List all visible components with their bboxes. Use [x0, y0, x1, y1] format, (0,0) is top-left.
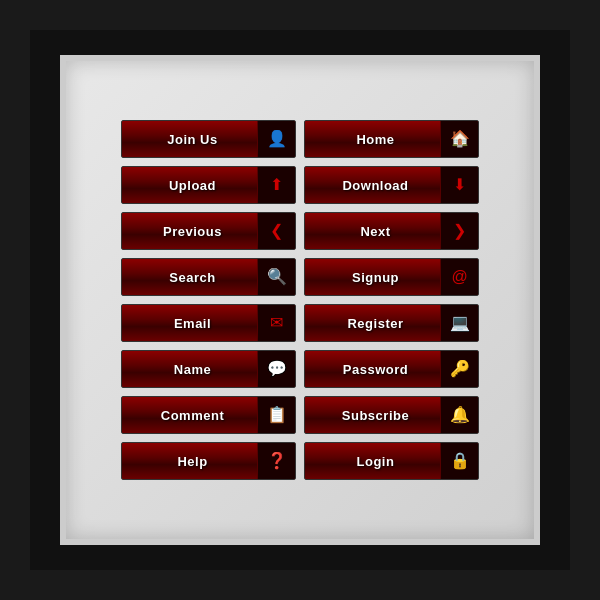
name-label: Name: [122, 362, 257, 377]
register-label: Register: [305, 316, 440, 331]
name-button[interactable]: Name💬: [121, 350, 296, 388]
upload-icon: ⬆: [270, 177, 283, 193]
comment-icon-box: 📋: [257, 396, 295, 434]
previous-label: Previous: [122, 224, 257, 239]
register-button[interactable]: Register💻: [304, 304, 479, 342]
download-icon-box: ⬇: [440, 166, 478, 204]
search-label: Search: [122, 270, 257, 285]
download-label: Download: [305, 178, 440, 193]
login-icon: 🔒: [450, 453, 470, 469]
join-us-button[interactable]: Join Us👤: [121, 120, 296, 158]
login-button[interactable]: Login🔒: [304, 442, 479, 480]
search-icon: 🔍: [267, 269, 287, 285]
email-button[interactable]: Email✉: [121, 304, 296, 342]
name-icon: 💬: [267, 361, 287, 377]
previous-icon-box: ❮: [257, 212, 295, 250]
subscribe-icon: 🔔: [450, 407, 470, 423]
comment-label: Comment: [122, 408, 257, 423]
comment-button[interactable]: Comment📋: [121, 396, 296, 434]
signup-label: Signup: [305, 270, 440, 285]
buttons-grid: Join Us👤Home🏠Upload⬆Download⬇Previous❮Ne…: [111, 110, 489, 490]
register-icon-box: 💻: [440, 304, 478, 342]
next-label: Next: [305, 224, 440, 239]
subscribe-label: Subscribe: [305, 408, 440, 423]
search-button[interactable]: Search🔍: [121, 258, 296, 296]
previous-button[interactable]: Previous❮: [121, 212, 296, 250]
help-label: Help: [122, 454, 257, 469]
upload-icon-box: ⬆: [257, 166, 295, 204]
inner-panel: Join Us👤Home🏠Upload⬆Download⬇Previous❮Ne…: [60, 55, 540, 545]
email-icon-box: ✉: [257, 304, 295, 342]
help-icon-box: ❓: [257, 442, 295, 480]
signup-icon: @: [451, 269, 467, 285]
download-button[interactable]: Download⬇: [304, 166, 479, 204]
search-icon-box: 🔍: [257, 258, 295, 296]
login-icon-box: 🔒: [440, 442, 478, 480]
join-us-label: Join Us: [122, 132, 257, 147]
subscribe-button[interactable]: Subscribe🔔: [304, 396, 479, 434]
upload-button[interactable]: Upload⬆: [121, 166, 296, 204]
help-button[interactable]: Help❓: [121, 442, 296, 480]
previous-icon: ❮: [270, 223, 283, 239]
register-icon: 💻: [450, 315, 470, 331]
signup-button[interactable]: Signup@: [304, 258, 479, 296]
home-label: Home: [305, 132, 440, 147]
email-icon: ✉: [270, 315, 283, 331]
password-icon-box: 🔑: [440, 350, 478, 388]
home-icon: 🏠: [450, 131, 470, 147]
join-us-icon-box: 👤: [257, 120, 295, 158]
password-button[interactable]: Password🔑: [304, 350, 479, 388]
join-us-icon: 👤: [267, 131, 287, 147]
next-icon: ❯: [453, 223, 466, 239]
comment-icon: 📋: [267, 407, 287, 423]
login-label: Login: [305, 454, 440, 469]
download-icon: ⬇: [453, 177, 466, 193]
help-icon: ❓: [267, 453, 287, 469]
name-icon-box: 💬: [257, 350, 295, 388]
next-icon-box: ❯: [440, 212, 478, 250]
home-button[interactable]: Home🏠: [304, 120, 479, 158]
password-icon: 🔑: [450, 361, 470, 377]
subscribe-icon-box: 🔔: [440, 396, 478, 434]
signup-icon-box: @: [440, 258, 478, 296]
next-button[interactable]: Next❯: [304, 212, 479, 250]
outer-frame: Join Us👤Home🏠Upload⬆Download⬇Previous❮Ne…: [30, 30, 570, 570]
email-label: Email: [122, 316, 257, 331]
password-label: Password: [305, 362, 440, 377]
upload-label: Upload: [122, 178, 257, 193]
home-icon-box: 🏠: [440, 120, 478, 158]
